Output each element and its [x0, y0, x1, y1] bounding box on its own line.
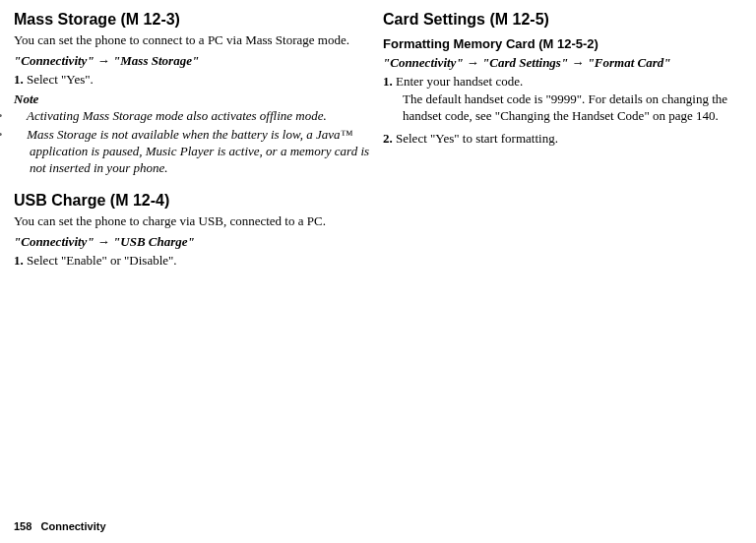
usb-charge-intro: You can set the phone to charge via USB,… — [14, 213, 373, 230]
page-number: 158 — [14, 520, 32, 532]
path-segment: "Format Card" — [588, 55, 671, 70]
mass-storage-heading: Mass Storage (M 12-3) — [14, 10, 373, 30]
step-item: 1. Enter your handset code. — [383, 74, 742, 90]
card-settings-section: Card Settings (M 12-5) Formatting Memory… — [383, 10, 742, 148]
arrow-icon: → — [97, 53, 110, 68]
step-text: Enter your handset code. — [396, 74, 523, 89]
card-settings-heading: Card Settings (M 12-5) — [383, 10, 742, 30]
step-item: 2. Select "Yes" to start formatting. — [383, 131, 742, 148]
step-number: 1. — [14, 72, 24, 87]
format-card-subheading: Formatting Memory Card (M 12-5-2) — [383, 36, 742, 53]
path-segment: "USB Charge" — [113, 234, 195, 249]
step-number: 2. — [383, 131, 393, 146]
step-body: The default handset code is "9999". For … — [403, 91, 742, 125]
path-segment: "Connectivity" — [14, 53, 94, 68]
path-segment: "Mass Storage" — [113, 53, 199, 68]
arrow-icon: → — [571, 55, 584, 70]
path-segment: "Connectivity" — [383, 55, 464, 70]
usb-charge-section: USB Charge (M 12-4) You can set the phon… — [14, 191, 373, 269]
mass-storage-section: Mass Storage (M 12-3) You can set the ph… — [14, 10, 373, 177]
step-text: Select "Yes" to start formatting. — [396, 131, 558, 146]
bullet-icon: • — [14, 108, 24, 125]
note-item: • Mass Storage is not available when the… — [14, 127, 373, 177]
page-footer: 158 Connectivity — [14, 519, 106, 533]
note-heading: Note — [14, 91, 373, 108]
step-text: Select "Yes". — [27, 72, 94, 87]
note-text: Mass Storage is not available when the b… — [27, 127, 369, 175]
step-number: 1. — [383, 74, 393, 89]
step-text: Select "Enable" or "Disable". — [27, 253, 177, 268]
mass-storage-path: "Connectivity" → "Mass Storage" — [14, 53, 373, 70]
arrow-icon: → — [467, 55, 479, 70]
left-column: Mass Storage (M 12-3) You can set the ph… — [14, 10, 373, 282]
bullet-icon: • — [14, 127, 24, 144]
card-settings-path: "Connectivity" → "Card Settings" → "Form… — [383, 55, 742, 72]
usb-charge-heading: USB Charge (M 12-4) — [14, 191, 373, 211]
right-column: Card Settings (M 12-5) Formatting Memory… — [383, 10, 742, 282]
step-number: 1. — [14, 253, 24, 268]
note-item: • Activating Mass Storage mode also acti… — [14, 108, 373, 125]
step-item: 1. Select "Enable" or "Disable". — [14, 253, 373, 270]
page-content: Mass Storage (M 12-3) You can set the ph… — [0, 0, 756, 282]
note-text: Activating Mass Storage mode also activa… — [27, 108, 327, 123]
path-segment: "Connectivity" — [14, 234, 94, 249]
mass-storage-intro: You can set the phone to connect to a PC… — [14, 32, 373, 49]
path-segment: "Card Settings" — [482, 55, 568, 70]
arrow-icon: → — [97, 234, 110, 249]
section-name: Connectivity — [41, 520, 106, 532]
step-item: 1. Select "Yes". — [14, 72, 373, 89]
usb-charge-path: "Connectivity" → "USB Charge" — [14, 234, 373, 251]
